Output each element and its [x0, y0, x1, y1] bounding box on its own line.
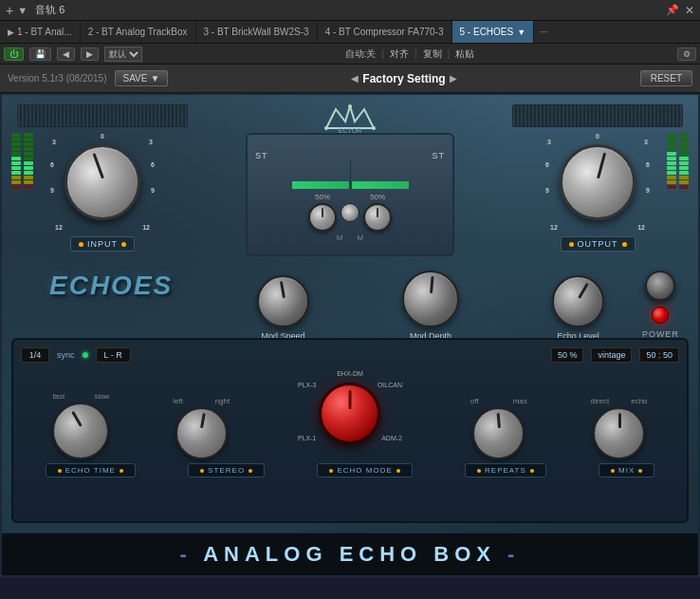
- next-btn[interactable]: ▶: [81, 47, 99, 61]
- right-vu-meter: [667, 133, 689, 189]
- sync-led: [83, 352, 88, 358]
- echo-level-knob[interactable]: [552, 275, 604, 328]
- patch-bay: ST ST 50%: [246, 133, 454, 256]
- echo-mode-knob[interactable]: [319, 383, 380, 444]
- gear-button[interactable]: ⚙: [677, 47, 696, 61]
- crown-area: ECTOR: [322, 104, 378, 133]
- patch-knobs-row: 50% 50%: [308, 193, 392, 232]
- align-label: 对齐: [390, 47, 409, 61]
- preset-prev[interactable]: ◀: [351, 73, 359, 84]
- paste-label[interactable]: 粘贴: [455, 47, 474, 61]
- scale-9-left: 9: [50, 187, 54, 194]
- scale-3-right: 3: [149, 139, 153, 145]
- sep1: |: [381, 48, 384, 59]
- control-row: ⏻ 💾 ◀ ▶ 默认 自动:关 | 对齐 | 复制 | 粘贴 ⚙: [0, 44, 700, 65]
- power-led: [652, 307, 669, 324]
- patch-bay-area: ST ST 50%: [172, 133, 528, 256]
- out-scale-9r: 9: [646, 187, 650, 194]
- top-grille-right: [512, 104, 683, 127]
- mod-depth-group: Mod Depth: [402, 271, 459, 341]
- echo-opt-adm2: ADM-2: [381, 435, 402, 441]
- scale-9-right: 9: [151, 187, 155, 194]
- daw-menu-btn[interactable]: ▼: [17, 5, 28, 16]
- power-toggle[interactable]: ⏻: [4, 47, 24, 61]
- stereo-labels: left right: [173, 397, 230, 405]
- preset-next[interactable]: ▶: [450, 73, 457, 84]
- echo-opt-ehx: EHX-DM: [337, 370, 363, 377]
- sep3: |: [448, 48, 451, 59]
- echo-opt-plx3: PLX-3: [298, 382, 316, 388]
- output-knob[interactable]: [560, 144, 636, 220]
- vintage-display[interactable]: vintage: [591, 347, 632, 363]
- tab-3[interactable]: 3 - BT BrickWall BW2S-3: [196, 21, 318, 43]
- daw-add-btn[interactable]: +: [6, 3, 13, 18]
- prev-btn[interactable]: ◀: [57, 47, 75, 61]
- plugin-body: ECTOR: [0, 93, 700, 577]
- tab-2[interactable]: 2 - BT Analog TrackBox: [81, 21, 196, 43]
- patch-knob-left[interactable]: [308, 203, 337, 232]
- repeats-knob[interactable]: [472, 407, 525, 459]
- stereo-display[interactable]: L - R: [96, 347, 131, 363]
- echo-time-labels: fast slow: [52, 392, 109, 401]
- default-select[interactable]: 默认: [104, 47, 142, 62]
- scale-6-left: 6: [50, 161, 54, 168]
- daw-pin-btn[interactable]: 📌: [666, 4, 679, 16]
- tab-1[interactable]: ▶ 1 - BT Anal...: [0, 21, 81, 43]
- right-vu-l: [667, 133, 676, 189]
- left-vu-r: [24, 133, 33, 189]
- scale-6-right: 6: [151, 161, 155, 168]
- svg-point-3: [372, 126, 376, 130]
- scale-0-top: 0: [101, 133, 104, 140]
- left-vu-meter: [11, 133, 33, 189]
- input-panel: 0 3 3 6 6 9 9 12 12 INPUT: [41, 104, 164, 252]
- out-scale-0: 0: [596, 133, 599, 140]
- mix-display[interactable]: 50 : 50: [639, 347, 679, 363]
- tab-4[interactable]: 4 - BT Compressor FA770-3: [318, 21, 452, 43]
- input-knob[interactable]: [64, 144, 140, 220]
- reset-button[interactable]: RESET: [640, 70, 692, 86]
- brand-text: - ANALOG ECHO BOX -: [180, 542, 521, 567]
- patch-m-labels: M M: [337, 234, 363, 242]
- output-label: OUTPUT: [561, 236, 636, 252]
- time-note-display[interactable]: 1/4: [21, 347, 49, 363]
- tab-more[interactable]: ···: [534, 27, 553, 37]
- input-dot2: [121, 242, 126, 247]
- preset-area: ◀ Factory Setting ▶: [175, 72, 632, 85]
- scale-3-left: 3: [52, 139, 56, 145]
- stereo-knob[interactable]: [175, 407, 228, 459]
- echo-level-group: Echo Level: [552, 275, 604, 341]
- input-label: INPUT: [70, 236, 135, 252]
- output-dot2: [622, 242, 627, 247]
- daw-close-btn[interactable]: ✕: [685, 4, 694, 17]
- copy-label[interactable]: 复制: [423, 47, 442, 61]
- mod-depth-knob[interactable]: [402, 271, 459, 328]
- daw-topbar: + ▼ 音轨 6 📌 ✕: [0, 0, 700, 21]
- mix-labels: direct echo: [591, 397, 648, 405]
- tab-5-echoes[interactable]: 5 - ECHOES ▼: [452, 21, 535, 43]
- bottom-brand: - ANALOG ECHO BOX -: [2, 533, 698, 575]
- plugin-version: Version 5.1r3 (08/2015): [8, 73, 107, 84]
- save-icon-btn[interactable]: 💾: [29, 47, 51, 61]
- repeats-display[interactable]: 50 %: [551, 347, 584, 363]
- echo-time-knob[interactable]: [52, 402, 109, 459]
- patch-knob-left-group: 50%: [308, 193, 337, 232]
- out-scale-9l: 9: [545, 187, 549, 194]
- patch-knob-right[interactable]: [363, 203, 392, 232]
- left-vu-l: [11, 133, 21, 189]
- power-section: POWER: [642, 271, 679, 339]
- mod-speed-group: Mod Speed: [257, 275, 309, 341]
- mix-knob[interactable]: [593, 407, 645, 459]
- save-button[interactable]: SAVE ▼: [115, 70, 169, 86]
- patch-vu: [283, 160, 418, 189]
- middle-knobs-section: Mod Speed Mod Depth Echo Level: [211, 271, 651, 341]
- out-scale-6l: 6: [545, 161, 549, 168]
- mod-speed-knob[interactable]: [257, 275, 309, 328]
- center-patch-knob[interactable]: [341, 203, 359, 222]
- sync-label: sync: [57, 350, 75, 360]
- stereo-label-box: STEREO: [188, 463, 265, 477]
- power-switch[interactable]: [645, 271, 675, 301]
- bottom-labels-row: ECHO TIME STEREO ECHO MODE REPEATS MIX: [21, 463, 679, 477]
- input-dot: [79, 242, 83, 247]
- patch-labels: ST ST: [248, 147, 452, 160]
- echo-time-label-box: ECHO TIME: [46, 463, 136, 477]
